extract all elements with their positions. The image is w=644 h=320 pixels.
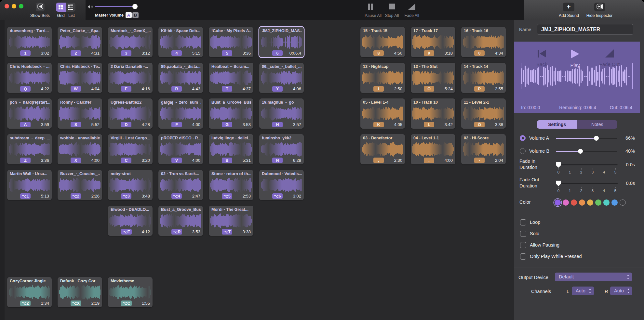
add-sound-button[interactable]: + (563, 3, 574, 11)
color-swatch-red[interactable] (571, 199, 577, 206)
sound-tile[interactable]: CozyCorner Jingle ⌥Z 1:34 (7, 277, 52, 307)
sound-tile[interactable]: 89.paokala_-_dista... R 4:43 (158, 63, 203, 93)
fade-out-knob[interactable] (556, 181, 561, 186)
sound-tile[interactable]: !Cube - My Pixels A... 5 3:36 (209, 27, 253, 57)
tab-settings[interactable]: Settings (537, 120, 577, 129)
color-swatch-purple[interactable] (555, 199, 561, 206)
sound-tile[interactable]: Peter_Clarke_-_Spa... 2 4:31 (58, 27, 102, 57)
sound-tile[interactable]: duesenberg - Turri... 1 3:02 (7, 27, 52, 57)
bus-a-button[interactable]: A (126, 12, 132, 18)
sound-tile[interactable]: Bust_a_Groove_Bus... G 3:53 (209, 98, 253, 129)
show-sets-button[interactable] (36, 3, 45, 11)
list-view-button[interactable] (66, 3, 75, 12)
color-swatch-blue[interactable] (611, 199, 618, 206)
sound-tile[interactable]: Mordi - The Great... ⌥T 3:38 (209, 206, 253, 236)
sound-tile[interactable]: Elwood - DEADLO... ⌥E 4:12 (108, 206, 153, 236)
tick-mark (581, 168, 582, 170)
sound-tile[interactable]: 06._cube_-_bullet_... Y 4:06 (259, 63, 304, 93)
sound-tile[interactable]: 19.magnus_-_go H 3:57 (259, 98, 304, 129)
sound-tile[interactable]: Heatbeat -- Scram... T 4:37 (209, 63, 253, 93)
sound-tile[interactable]: 2 Daria Danatelli -... E 4:16 (108, 63, 153, 93)
checkbox-allow-pausing[interactable] (520, 242, 526, 248)
grid-view-button[interactable] (56, 3, 66, 12)
sound-tile[interactable]: Bust_a_Groove_Bus... ⌥R 3:53 (158, 206, 203, 236)
volume-b-radio[interactable] (520, 148, 526, 154)
sound-tile[interactable]: Dubmood - Votedis... ⌥6 3:02 (259, 170, 304, 200)
sound-tile[interactable]: 13 - The Slut O 5:24 (411, 63, 455, 93)
fade-in-slider[interactable] (556, 164, 618, 165)
master-volume-knob[interactable] (132, 4, 138, 9)
sound-tile[interactable]: 04 - Level 1-1 . 4:00 (411, 134, 455, 164)
output-device-select[interactable]: Default (555, 273, 632, 281)
volume-a-slider[interactable] (556, 138, 617, 139)
sound-tile[interactable]: fuminsho_ykk2 N 6:28 (259, 134, 304, 164)
sound-tile[interactable]: subdream_-_deep_... Z 3:36 (7, 134, 52, 164)
sound-tile[interactable]: 05 - Level 1-4 K 4:05 (360, 98, 405, 129)
waveform-end-marker[interactable] (632, 63, 633, 89)
sound-tile[interactable]: 17 - Track 17 9 3:18 (411, 27, 455, 57)
zoom-window-button[interactable] (19, 4, 23, 8)
back-button[interactable]: Back (526, 49, 558, 67)
sound-tile[interactable]: Chris Huelsbeck – ... Q 4:22 (7, 63, 52, 93)
sound-tile[interactable]: 11 - Level 2-1 Ö 3:38 (461, 98, 506, 129)
checkbox-only-play-while-pressed[interactable] (520, 253, 526, 260)
sound-waveform (210, 106, 252, 121)
fade-out-button[interactable]: Fade Out (593, 49, 626, 67)
volume-a-radio[interactable] (520, 135, 526, 141)
close-window-button[interactable] (5, 4, 9, 8)
sound-tile[interactable]: K8-bit - Space Deb... 4 5:15 (158, 27, 203, 57)
minimize-window-button[interactable] (12, 4, 16, 8)
color-swatch-yellow[interactable] (587, 199, 593, 206)
color-swatch-teal[interactable] (603, 199, 610, 206)
color-swatch-none[interactable] (620, 199, 626, 206)
sound-tile[interactable]: 03 - Benefactor , 2:30 (360, 134, 405, 164)
sound-tile[interactable]: wobble - unavailable X 4:00 (58, 134, 102, 164)
preview-waveform[interactable] (521, 65, 632, 87)
sound-tile[interactable]: 02 - Hi-Score - 2:04 (461, 134, 506, 164)
hide-inspector-button[interactable] (594, 3, 605, 11)
name-input[interactable]: JMJ_ZIPHOID_MASTER (537, 24, 633, 35)
volume-a-knob[interactable] (594, 136, 599, 141)
tick-mark (593, 168, 593, 170)
volume-b-slider[interactable] (556, 151, 617, 152)
sound-tile[interactable]: pch_-_hard(re)start... A 3:59 (7, 98, 52, 129)
sound-tile[interactable]: ludvig linge - delici... B 5:31 (209, 134, 253, 164)
sound-tile[interactable]: Ugress-Battle22 D 4:28 (108, 98, 153, 129)
tick-mark (570, 168, 570, 170)
checkbox-solo[interactable] (520, 231, 526, 237)
channel-r-select[interactable]: Auto (610, 287, 632, 295)
pause-all-button[interactable]: Pause All (362, 13, 384, 18)
sound-tile[interactable]: 16 - Track 16 0 4:34 (461, 27, 506, 57)
sound-tile[interactable]: gargaj_-_zero_sum_... F 4:00 (158, 98, 203, 129)
sound-tile[interactable]: 12 - Nightcap I 2:50 (360, 63, 405, 93)
sound-tile[interactable]: Movietheme ⌥C 1:55 (108, 277, 153, 307)
sound-tile[interactable]: Stone - return of th... ⌥5 2:53 (209, 170, 253, 200)
sound-tile[interactable]: JMJ_ZIPHOID_MAS... 6 0:06.4 (259, 27, 304, 57)
color-swatch-green[interactable] (595, 199, 601, 206)
color-swatch-orange[interactable] (579, 199, 585, 206)
fade-all-button[interactable]: Fade All (401, 13, 423, 18)
sound-tile[interactable]: Martin Wall - Ursa... ⌥1 5:13 (7, 170, 52, 200)
stop-all-button[interactable]: Stop All (382, 13, 402, 18)
fade-out-slider[interactable] (556, 183, 618, 184)
master-volume-slider[interactable] (95, 6, 137, 7)
fade-in-knob[interactable] (556, 162, 561, 168)
sound-tile[interactable]: 15 - Track 15 8 4:50 (360, 27, 405, 57)
color-swatch-pink[interactable] (563, 199, 569, 206)
sound-tile[interactable]: 02 - Tron vs Sarek... ⌥4 2:47 (158, 170, 203, 200)
sound-tile[interactable]: 14 - Track 14 P 2:55 (461, 63, 506, 93)
sound-tile[interactable]: noby-strot ⌥3 3:48 (108, 170, 153, 200)
sound-tile[interactable]: Ronny - Calcifer S 5:52 (58, 98, 102, 129)
tab-notes[interactable]: Notes (577, 120, 618, 129)
volume-b-knob[interactable] (578, 149, 583, 154)
sound-tile[interactable]: pROPER dISCO - R... V 4:00 (158, 134, 203, 164)
sound-tile[interactable]: Murdock_-_GemX_,... 3 3:12 (108, 27, 153, 57)
sound-tile[interactable]: Dafunk - Cozy Cor... ⌥X 2:19 (58, 277, 102, 307)
sound-tile[interactable]: 10 - Track 10 L 3:42 (411, 98, 455, 129)
sound-tile[interactable]: Buzzer_-_Cousins_... ⌥2 2:26 (58, 170, 102, 200)
sound-tile[interactable]: Virgill - Lost Cargo... C 3:20 (108, 134, 153, 164)
channel-l-select[interactable]: Auto (572, 287, 594, 295)
sound-tile[interactable]: Chris Hülsbeck - Te... W 4:04 (58, 63, 102, 93)
checkbox-loop[interactable] (520, 219, 526, 225)
bus-b-button[interactable]: B (132, 12, 139, 18)
